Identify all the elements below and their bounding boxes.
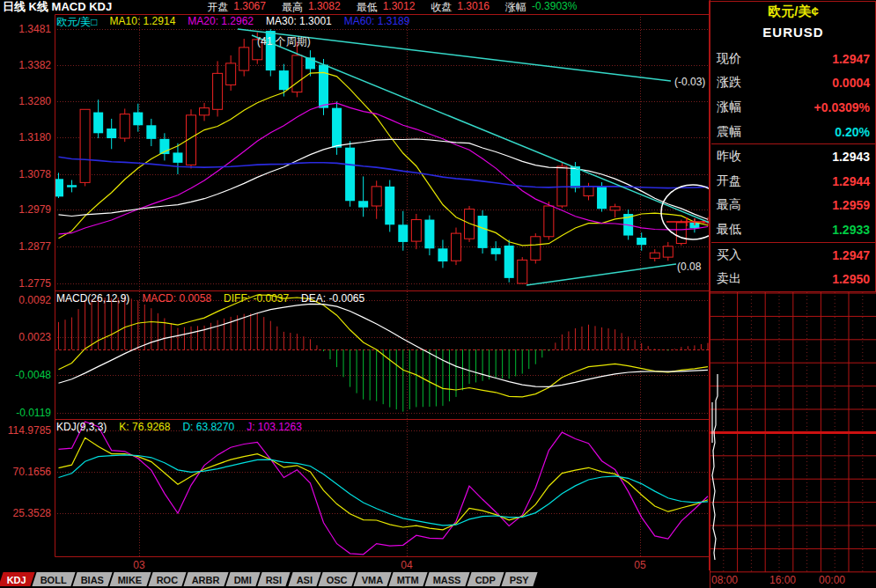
quote-value: 1.2947 xyxy=(832,248,870,262)
tab-label: BOLL xyxy=(40,573,67,587)
quote-label: 最高 xyxy=(717,197,741,213)
trendline1-label: (-0.03) xyxy=(674,76,705,88)
time-axis-label: 00:00 xyxy=(819,574,845,586)
quote-row: 现价1.2947 xyxy=(711,47,875,71)
tab-label: CDP xyxy=(475,573,496,587)
quote-row: 震幅0.20% xyxy=(711,120,875,144)
quote-value: 1.2933 xyxy=(832,223,870,237)
tab-mike[interactable]: MIKE xyxy=(110,572,151,586)
quote-row: 卖出1.2950 xyxy=(711,267,875,291)
quote-label: 涨幅 xyxy=(717,99,741,115)
trendline3-label: (0.08 xyxy=(677,261,701,273)
quote-label: 买入 xyxy=(717,247,741,263)
tab-label: PSY xyxy=(510,573,529,587)
tab-rsi[interactable]: RSI xyxy=(258,572,291,586)
quote-row: 最高1.2959 xyxy=(711,194,875,218)
tab-dmi[interactable]: DMI xyxy=(225,572,260,586)
quote-row: 买入1.2947 xyxy=(711,243,875,268)
tab-label: ROC xyxy=(156,573,177,587)
quote-value: 1.2947 xyxy=(832,52,870,66)
tab-label: OSC xyxy=(327,573,348,587)
quote-row: 最低1.2933 xyxy=(711,217,875,242)
quote-value: +0.0309% xyxy=(814,100,870,114)
tab-bias[interactable]: BIAS xyxy=(72,572,112,586)
time-axis-label: 16:00 xyxy=(769,574,796,586)
main-chart[interactable] xyxy=(0,0,710,588)
tab-boll[interactable]: BOLL xyxy=(32,572,75,586)
quote-row: 开盘1.2944 xyxy=(711,169,875,194)
tab-kdj[interactable]: KDJ xyxy=(0,572,35,586)
period-annotation: (41 个周期) xyxy=(257,34,311,49)
quote-value: 1.2943 xyxy=(832,150,870,164)
quote-value: 1.2959 xyxy=(832,198,870,212)
tab-psy[interactable]: PSY xyxy=(502,572,538,586)
tab-label: BIAS xyxy=(81,573,104,587)
tab-vma[interactable]: VMA xyxy=(353,572,392,586)
quote-label: 涨跌 xyxy=(717,75,741,91)
quote-value: 1.2944 xyxy=(832,174,870,188)
intraday-tick-chart[interactable] xyxy=(709,292,876,574)
tab-arbr[interactable]: ARBR xyxy=(184,572,229,586)
quote-value: 0.20% xyxy=(835,125,870,139)
tab-cdp[interactable]: CDP xyxy=(467,572,504,586)
quote-rows: 现价1.2947涨跌0.0004涨幅+0.0309%震幅0.20%昨收1.294… xyxy=(711,47,875,291)
tab-osc[interactable]: OSC xyxy=(318,572,356,586)
tab-label: ASI xyxy=(296,573,312,587)
tab-label: MTM xyxy=(397,573,419,587)
tab-roc[interactable]: ROC xyxy=(148,572,187,586)
quote-label: 现价 xyxy=(717,51,741,67)
tab-label: MIKE xyxy=(118,573,143,587)
quote-label: 开盘 xyxy=(717,173,741,189)
tab-label: DMI xyxy=(234,573,252,587)
quote-value: 1.2950 xyxy=(832,272,870,286)
quote-row: 涨幅+0.0309% xyxy=(711,95,875,120)
tab-label: KDJ xyxy=(7,573,26,587)
tab-asi[interactable]: ASI xyxy=(288,572,321,586)
indicator-tab-bar: KDJBOLLBIASMIKEROCARBRDMIRSIASIOSCVMAMTM… xyxy=(0,570,710,588)
tab-label: MASS xyxy=(433,573,461,587)
instrument-name: 欧元/美¢ xyxy=(710,4,876,20)
instrument-symbol: EURUSD xyxy=(710,25,876,40)
tab-mass[interactable]: MASS xyxy=(425,572,470,586)
tab-label: RSI xyxy=(266,573,282,587)
quote-value: 0.0004 xyxy=(832,76,870,90)
quote-label: 最低 xyxy=(717,222,741,238)
trading-app-window: { "top_bar": { "title": "日线 K线 MACD KDJ"… xyxy=(0,0,876,588)
tab-label: ARBR xyxy=(192,573,220,587)
quote-label: 卖出 xyxy=(717,271,741,287)
tab-label: VMA xyxy=(361,573,382,587)
quote-label: 震幅 xyxy=(717,124,741,140)
quote-row: 涨跌0.0004 xyxy=(711,71,875,96)
tab-mtm[interactable]: MTM xyxy=(389,572,428,586)
quote-label: 昨收 xyxy=(717,149,741,165)
quote-row: 昨收1.2943 xyxy=(711,144,875,169)
time-axis-label: 08:00 xyxy=(711,574,738,586)
